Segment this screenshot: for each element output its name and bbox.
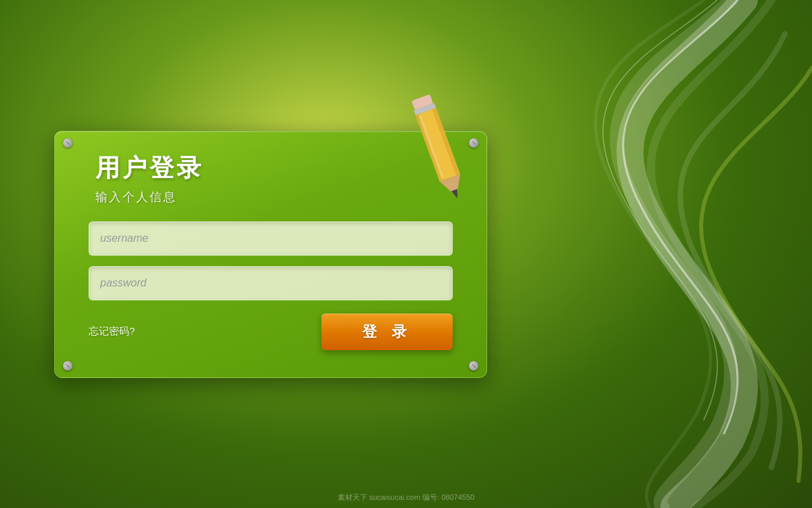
screw-bottom-right xyxy=(469,361,478,371)
screw-top-left xyxy=(63,138,72,148)
card-header: 用户登录 输入个人信息 xyxy=(89,152,453,205)
screw-top-right xyxy=(469,138,478,148)
password-input[interactable] xyxy=(89,266,453,300)
screw-bottom-left xyxy=(63,361,72,371)
card-subtitle: 输入个人信息 xyxy=(95,189,453,205)
login-card: 用户登录 输入个人信息 忘记密码? 登 录 xyxy=(54,131,487,378)
username-group xyxy=(89,221,453,255)
card-title: 用户登录 xyxy=(95,152,453,185)
forgot-password-link[interactable]: 忘记密码? xyxy=(89,325,135,338)
login-button[interactable]: 登 录 xyxy=(321,314,453,350)
watermark: 素材天下 sucaisucai.com 编号: 08074550 xyxy=(0,492,812,503)
password-group xyxy=(89,266,453,300)
card-footer: 忘记密码? 登 录 xyxy=(89,314,453,350)
username-input[interactable] xyxy=(89,221,453,255)
